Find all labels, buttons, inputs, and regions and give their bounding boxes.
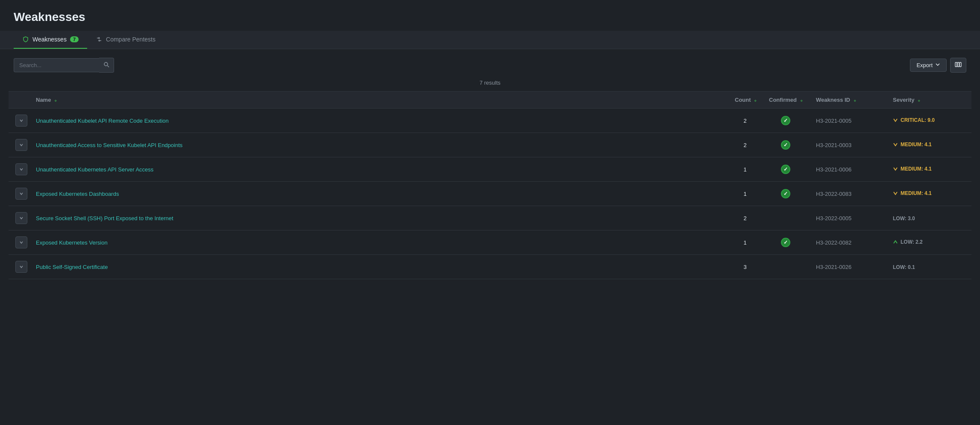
- th-confirmed-label: Confirmed: [769, 97, 797, 103]
- svg-line-3: [108, 66, 109, 68]
- expand-button[interactable]: [15, 115, 27, 127]
- severity-label: LOW: 3.0: [893, 215, 915, 221]
- count-value: 2: [743, 118, 746, 124]
- svg-point-2: [104, 62, 108, 66]
- th-weakness-id[interactable]: Weakness ID ⬦: [809, 91, 886, 109]
- severity-badge: MEDIUM: 4.1: [893, 166, 932, 172]
- th-count-label: Count: [735, 97, 751, 103]
- weakness-name[interactable]: Exposed Kubernetes Dashboards: [36, 191, 119, 197]
- page-wrapper: Weaknesses Weaknesses 7 Compare Pentes: [0, 0, 980, 279]
- weaknesses-table: Name ⬦ Count ⬦ Confirmed ⬦ Weakness ID ⬦: [9, 91, 971, 279]
- severity-badge: LOW: 2.2: [893, 239, 923, 245]
- expand-button[interactable]: [15, 261, 27, 273]
- count-value: 1: [743, 191, 746, 197]
- weakness-id: H3-2021-0026: [816, 264, 851, 270]
- sort-icon-count: ⬦: [754, 98, 757, 103]
- th-confirmed[interactable]: Confirmed ⬦: [762, 91, 809, 109]
- weakness-name[interactable]: Unauthenticated Access to Sensitive Kube…: [36, 142, 182, 148]
- tab-compare-pentests[interactable]: Compare Pentests: [87, 31, 164, 49]
- weakness-name[interactable]: Unauthenticated Kubelet API Remote Code …: [36, 118, 169, 124]
- weakness-id: H3-2021-0005: [816, 118, 851, 124]
- shield-icon: [22, 36, 29, 43]
- severity-badge: LOW: 3.0: [893, 215, 915, 221]
- th-severity-label: Severity: [893, 97, 915, 103]
- th-name-label: Name: [36, 97, 51, 103]
- export-button[interactable]: Export: [910, 59, 947, 72]
- count-value: 2: [743, 142, 746, 148]
- severity-label: LOW: 0.1: [893, 264, 915, 270]
- toolbar: Export: [0, 49, 980, 76]
- search-group: [14, 58, 114, 73]
- sort-icon-confirmed: ⬦: [800, 98, 803, 103]
- sort-icon-weakness-id: ⬦: [854, 98, 856, 103]
- table-row: Unauthenticated Kubernetes API Server Ac…: [9, 157, 971, 182]
- confirmed-check: ✓: [781, 189, 790, 198]
- weakness-name[interactable]: Exposed Kubernetes Version: [36, 239, 108, 246]
- weakness-id: H3-2022-0082: [816, 239, 851, 246]
- severity-badge: MEDIUM: 4.1: [893, 190, 932, 196]
- count-value: 1: [743, 166, 746, 173]
- weakness-name[interactable]: Unauthenticated Kubernetes API Server Ac…: [36, 166, 153, 173]
- sort-icon-severity: ⬦: [918, 98, 920, 103]
- expand-button[interactable]: [15, 163, 27, 175]
- expand-button[interactable]: [15, 212, 27, 224]
- sort-icon-name: ⬦: [54, 98, 57, 103]
- confirmed-check: ✓: [781, 116, 790, 125]
- th-weakness-id-label: Weakness ID: [816, 97, 850, 103]
- weakness-id: H3-2022-0005: [816, 215, 851, 221]
- svg-rect-6: [959, 62, 961, 67]
- columns-button[interactable]: [950, 58, 966, 73]
- search-icon: [103, 62, 109, 69]
- table-header-row: Name ⬦ Count ⬦ Confirmed ⬦ Weakness ID ⬦: [9, 91, 971, 109]
- table-row: Public Self-Signed Certificate3H3-2021-0…: [9, 255, 971, 279]
- columns-icon: [955, 61, 962, 69]
- table-row: Unauthenticated Access to Sensitive Kube…: [9, 133, 971, 157]
- results-count: 7 results: [0, 76, 980, 91]
- toolbar-right: Export: [910, 58, 966, 73]
- severity-badge: CRITICAL: 9.0: [893, 117, 935, 123]
- tab-weaknesses-badge: 7: [70, 36, 79, 42]
- weakness-id: H3-2021-0003: [816, 142, 851, 148]
- chevron-down-icon: [935, 62, 940, 68]
- search-button[interactable]: [99, 58, 114, 73]
- page-title: Weaknesses: [14, 10, 966, 24]
- svg-rect-4: [955, 62, 957, 67]
- svg-rect-5: [957, 62, 959, 67]
- th-name[interactable]: Name ⬦: [29, 91, 728, 109]
- tab-weaknesses-label: Weaknesses: [32, 36, 67, 43]
- severity-label: MEDIUM: 4.1: [901, 190, 932, 196]
- th-expand: [9, 91, 29, 109]
- count-value: 3: [743, 264, 746, 270]
- table-row: Secure Socket Shell (SSH) Port Exposed t…: [9, 206, 971, 230]
- confirmed-check: ✓: [781, 238, 790, 247]
- confirmed-check: ✓: [781, 140, 790, 150]
- export-label: Export: [916, 62, 933, 68]
- search-input[interactable]: [14, 58, 99, 72]
- weakness-name[interactable]: Public Self-Signed Certificate: [36, 264, 108, 270]
- severity-label: CRITICAL: 9.0: [901, 117, 935, 123]
- count-value: 2: [743, 215, 746, 221]
- weakness-name[interactable]: Secure Socket Shell (SSH) Port Exposed t…: [36, 215, 173, 221]
- th-severity[interactable]: Severity ⬦: [886, 91, 971, 109]
- weakness-id: H3-2022-0083: [816, 191, 851, 197]
- table-row: Exposed Kubernetes Version1✓H3-2022-0082…: [9, 230, 971, 255]
- table-row: Exposed Kubernetes Dashboards1✓H3-2022-0…: [9, 182, 971, 206]
- tabs-bar: Weaknesses 7 Compare Pentests: [0, 31, 980, 49]
- tab-compare-label: Compare Pentests: [106, 36, 156, 43]
- severity-label: LOW: 2.2: [901, 239, 923, 245]
- severity-label: MEDIUM: 4.1: [901, 142, 932, 148]
- expand-button[interactable]: [15, 139, 27, 151]
- expand-button[interactable]: [15, 188, 27, 200]
- compare-icon: [96, 36, 103, 43]
- table-row: Unauthenticated Kubelet API Remote Code …: [9, 109, 971, 133]
- table-container: Name ⬦ Count ⬦ Confirmed ⬦ Weakness ID ⬦: [0, 91, 980, 279]
- severity-badge: MEDIUM: 4.1: [893, 142, 932, 148]
- th-count[interactable]: Count ⬦: [728, 91, 762, 109]
- severity-label: MEDIUM: 4.1: [901, 166, 932, 172]
- confirmed-check: ✓: [781, 165, 790, 174]
- severity-badge: LOW: 0.1: [893, 264, 915, 270]
- expand-button[interactable]: [15, 236, 27, 248]
- count-value: 1: [743, 239, 746, 246]
- tab-weaknesses[interactable]: Weaknesses 7: [14, 31, 87, 49]
- weakness-id: H3-2021-0006: [816, 166, 851, 173]
